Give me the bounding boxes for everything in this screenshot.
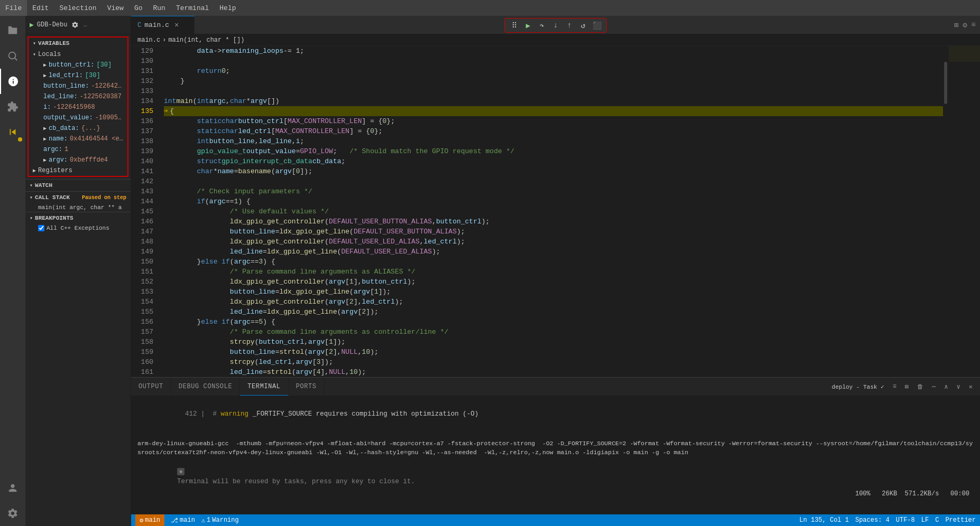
layout-icon[interactable]: ≡ bbox=[972, 21, 976, 29]
terminal-line-gcc: arm-dey-linux-gnueabi-gcc -mthumb -mfpu=… bbox=[137, 439, 974, 457]
activity-search[interactable] bbox=[0, 43, 25, 69]
activity-extensions[interactable] bbox=[0, 94, 25, 119]
debug-step-out-button[interactable]: ↑ bbox=[563, 20, 576, 31]
breakpoint-item[interactable]: All C++ Exceptions bbox=[25, 224, 131, 232]
gear-icon[interactable] bbox=[71, 21, 79, 29]
code-content[interactable]: data->remaining_loops -= 1; return 0; } bbox=[158, 46, 943, 377]
debug-step-into-button[interactable]: ↓ bbox=[549, 20, 562, 31]
callstack-item[interactable]: main(int argc, char ** a bbox=[25, 203, 131, 212]
callstack-header[interactable]: ▾ CALL STACK Paused on step bbox=[25, 192, 131, 203]
menu-help[interactable]: Help bbox=[214, 0, 241, 16]
var-led-line[interactable]: led_line: -1225620387 bbox=[29, 91, 127, 102]
line-num-152: 152 bbox=[131, 277, 153, 287]
debug-pause-button[interactable]: ⠿ bbox=[508, 20, 521, 31]
panel-tab-terminal[interactable]: TERMINAL bbox=[240, 378, 288, 396]
menu-terminal[interactable]: Terminal bbox=[171, 0, 214, 16]
status-branch[interactable]: ⎇ main bbox=[171, 516, 195, 524]
var-button-ctrl[interactable]: ▶ button_ctrl: [30] bbox=[29, 60, 127, 70]
locals-label: Locals bbox=[38, 51, 61, 58]
menu-run[interactable]: Run bbox=[147, 0, 170, 16]
debug-step-over-button[interactable]: ↷ bbox=[535, 20, 548, 31]
panel-close-button[interactable]: ✕ bbox=[966, 382, 976, 392]
status-language[interactable]: C bbox=[935, 516, 939, 524]
callstack-chevron: ▾ bbox=[30, 194, 33, 201]
breadcrumb-function[interactable]: main(int, char * []) bbox=[168, 36, 244, 44]
code-line-134: int main(int argc, char *argv[]) bbox=[164, 96, 943, 106]
panel-tab-output[interactable]: OUTPUT bbox=[131, 378, 171, 396]
menu-file[interactable]: File bbox=[0, 0, 27, 16]
menu-selection[interactable]: Selection bbox=[54, 0, 101, 16]
var-button-line[interactable]: button_line: -1226423... bbox=[29, 81, 127, 91]
code-line-148: ldx_gpio_get_controller(DEFAULT_USER_LED… bbox=[164, 237, 943, 247]
more-icon[interactable]: … bbox=[83, 21, 87, 29]
status-encoding[interactable]: UTF-8 bbox=[896, 516, 915, 524]
line-num-154: 154 bbox=[131, 297, 153, 307]
expand-icon: ▶ bbox=[43, 157, 47, 163]
variables-section-header[interactable]: ▾ VARIABLES bbox=[29, 37, 127, 49]
status-spaces[interactable]: Spaces: 4 bbox=[855, 516, 890, 524]
activity-debug-run[interactable] bbox=[0, 119, 25, 145]
activity-settings[interactable] bbox=[0, 501, 25, 526]
line-num-130: 130 bbox=[131, 56, 153, 66]
code-line-158: strcpy(button_ctrl, argv[1]); bbox=[164, 337, 943, 347]
var-output-value[interactable]: output_value: -109051... bbox=[29, 112, 127, 123]
breakpoints-header[interactable]: ▾ BREAKPOINTS bbox=[25, 212, 131, 224]
code-line-136: static char button_ctrl[MAX_CONTROLLER_L… bbox=[164, 116, 943, 126]
debug-arrow: ⇒ bbox=[164, 106, 168, 116]
paused-badge: Paused on step bbox=[82, 195, 126, 201]
code-line-152: ldx_gpio_get_controller(argv[1], button_… bbox=[164, 277, 943, 287]
line-num-135: 135 bbox=[131, 106, 153, 116]
panel-more-button[interactable]: ⋯ bbox=[929, 382, 939, 392]
var-name[interactable]: ▶ name: 0x41464544 <err... bbox=[29, 134, 127, 144]
editor-scrollbar[interactable] bbox=[943, 46, 948, 377]
menu-go[interactable]: Go bbox=[129, 0, 148, 16]
line-num-129: 129 bbox=[131, 46, 153, 56]
debug-restart-button[interactable]: ↺ bbox=[577, 20, 589, 31]
status-formatter[interactable]: Prettier bbox=[945, 516, 976, 524]
code-line-160: strcpy(led_ctrl, argv[3]); bbox=[164, 357, 943, 367]
code-line-139: gpio_value_t output_value = GPIO_LOW; /*… bbox=[164, 146, 943, 156]
var-cb-data[interactable]: ▶ cb_data: {...} bbox=[29, 123, 127, 134]
var-argv[interactable]: ▶ argv: 0xbefffde4 bbox=[29, 155, 127, 165]
line-num-147: 147 bbox=[131, 227, 153, 237]
line-num-141: 141 bbox=[131, 166, 153, 176]
locals-group[interactable]: ▾ Locals bbox=[29, 49, 127, 60]
warning-icon: ⚠ bbox=[201, 516, 205, 524]
status-right: Ln 135, Col 1 Spaces: 4 UTF-8 LF C Prett… bbox=[799, 516, 976, 524]
activity-explorer[interactable] bbox=[0, 18, 25, 43]
panel-expand-down-button[interactable]: ∨ bbox=[954, 382, 964, 392]
main-layout: ▶ GDB-Debu … ▾ VARIABLES ▾ Locals ▶ butt… bbox=[0, 16, 980, 526]
status-eol[interactable]: LF bbox=[921, 516, 929, 524]
panel-split-button[interactable]: ≡ bbox=[890, 382, 900, 391]
registers-group[interactable]: ▶ Registers bbox=[29, 165, 127, 176]
panel-tab-debug-console[interactable]: DEBUG CONSOLE bbox=[171, 378, 240, 396]
activity-debug[interactable] bbox=[0, 69, 25, 94]
var-led-ctrl[interactable]: ▶ led_ctrl: [30] bbox=[29, 70, 127, 81]
activity-accounts[interactable] bbox=[0, 475, 25, 501]
settings-icon[interactable]: ⚙ bbox=[963, 21, 967, 30]
panel-tab-ports[interactable]: PORTS bbox=[289, 378, 325, 396]
tab-close-button[interactable]: × bbox=[174, 22, 179, 29]
debug-continue-button[interactable]: ▶ bbox=[522, 20, 534, 31]
var-i[interactable]: i: -1226415968 bbox=[29, 102, 127, 112]
breakpoint-checkbox[interactable] bbox=[38, 225, 44, 231]
terminal-content[interactable]: 412 | # warning _FORTIFY_SOURCE requires… bbox=[131, 396, 980, 514]
debug-stop-button[interactable]: ⬛ bbox=[590, 20, 603, 31]
status-position[interactable]: Ln 135, Col 1 bbox=[799, 516, 849, 524]
breadcrumb-file[interactable]: main.c bbox=[137, 36, 160, 44]
watch-header[interactable]: ▾ WATCH bbox=[25, 180, 131, 191]
var-argc[interactable]: argc: 1 bbox=[29, 144, 127, 155]
code-line-140: struct gpio_interrupt_cb_data cb_data; bbox=[164, 156, 943, 166]
tab-main-c[interactable]: C main.c × bbox=[131, 16, 195, 34]
panel-collapse-up-button[interactable]: ∧ bbox=[941, 382, 951, 392]
scrollbar-thumb[interactable] bbox=[944, 62, 947, 104]
split-editor-button[interactable]: ⊞ bbox=[954, 21, 958, 30]
panel-delete-button[interactable]: 🗑 bbox=[914, 382, 927, 392]
panel-layout-button[interactable]: ⊞ bbox=[902, 382, 912, 392]
line-num-161: 161 bbox=[131, 367, 153, 377]
menu-edit[interactable]: Edit bbox=[27, 0, 54, 16]
menu-view[interactable]: View bbox=[102, 0, 129, 16]
code-line-153: button_line = ldx_gpio_get_line(argv[1])… bbox=[164, 287, 943, 297]
status-warnings[interactable]: ⚠ 1 Warning bbox=[201, 516, 239, 524]
status-debug[interactable]: ⚙ main bbox=[135, 514, 164, 526]
